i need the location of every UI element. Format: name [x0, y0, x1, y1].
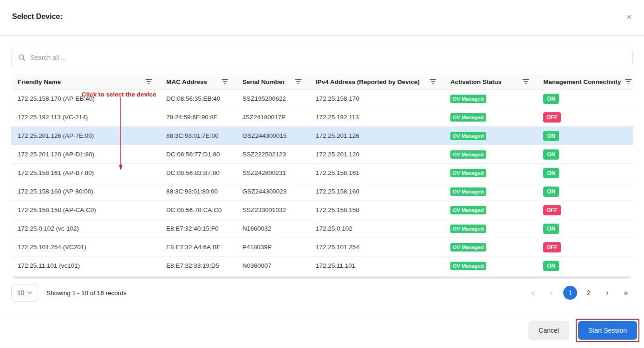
cell-serial-number: SSZ233001032: [236, 201, 309, 219]
table-row[interactable]: 172.25.201.120 (AP-D1:80)DC:08:56:77:D1:…: [11, 145, 633, 164]
search-icon: [18, 54, 26, 61]
connectivity-badge: ON: [543, 187, 559, 197]
chevron-down-icon: [27, 291, 32, 294]
select-device-modal: Select Device: ✕ Friendly NameMAC Addres…: [0, 0, 644, 348]
filter-icon[interactable]: [221, 79, 228, 84]
table-row[interactable]: 172.25.192.113 (VC-214)78:24:59:6F:90:8F…: [11, 108, 633, 127]
activation-status-badge: OV Managed: [450, 206, 486, 214]
cell-mac-address: DC:08:56:78:CA:C0: [160, 201, 236, 219]
cell-mac-address: DC:08:56:83:B7:80: [160, 164, 236, 182]
first-page-icon[interactable]: «: [526, 286, 540, 300]
connectivity-badge: OFF: [543, 242, 561, 252]
cell-ipv4-address: 172.25.158.160: [309, 182, 444, 201]
start-session-button[interactable]: Start Session: [578, 321, 637, 340]
page-button-2[interactable]: 2: [582, 286, 596, 300]
cell-mac-address: E8:E7:32:33:19:D5: [160, 257, 236, 275]
cell-friendly-name: 172.25.201.126 (AP-7E:00): [11, 127, 160, 145]
cell-ipv4-address: 172.25.0.102: [309, 219, 444, 238]
activation-status-badge: OV Managed: [450, 243, 486, 251]
connectivity-badge: ON: [543, 149, 559, 160]
connectivity-badge: ON: [543, 131, 559, 141]
cell-serial-number: N1660032: [236, 219, 309, 238]
column-header-1: MAC Address: [160, 74, 236, 90]
filter-icon[interactable]: [429, 79, 436, 84]
filter-icon[interactable]: [295, 79, 302, 84]
cell-serial-number: JSZ24180017P: [236, 108, 309, 127]
cell-ipv4-address: 172.25.192.113: [309, 108, 444, 127]
page-size-select[interactable]: 10: [11, 284, 38, 302]
activation-status-badge: OV Managed: [450, 262, 486, 270]
activation-status-badge: OV Managed: [450, 113, 486, 122]
cell-friendly-name: 172.25.201.120 (AP-D1:80): [11, 145, 160, 164]
table-row[interactable]: 172.25.11.101 (vc101)E8:E7:32:33:19:D5N0…: [11, 257, 633, 275]
connectivity-badge: ON: [543, 168, 559, 178]
activation-status-badge: OV Managed: [450, 187, 486, 196]
prev-page-icon[interactable]: ‹: [545, 286, 559, 300]
activation-status-badge: OV Managed: [450, 169, 486, 177]
cell-ipv4-address: 172.25.101.254: [309, 238, 444, 257]
modal-body: Friendly NameMAC AddressSerial NumberIPv…: [0, 36, 644, 302]
cell-ipv4-address: 172.25.201.126: [309, 127, 444, 145]
search-input[interactable]: [30, 54, 626, 61]
cell-ipv4-address: 172.25.11.101: [309, 257, 444, 275]
table-header-row: Friendly NameMAC AddressSerial NumberIPv…: [11, 74, 633, 90]
table-row[interactable]: 172.25.0.102 (vc-102)E8:E7:32:40:15:F0N1…: [11, 219, 633, 238]
filter-icon[interactable]: [522, 79, 529, 84]
filter-icon[interactable]: [145, 79, 152, 84]
cell-mac-address: 88:3C:93:01:7E:00: [160, 127, 236, 145]
page-size-value: 10: [17, 289, 25, 296]
table-footer: 10 Showing 1 - 10 of 16 records « ‹ 12 ›…: [11, 284, 633, 302]
cancel-button[interactable]: Cancel: [528, 321, 569, 340]
close-icon[interactable]: ✕: [625, 13, 633, 22]
device-table: Friendly NameMAC AddressSerial NumberIPv…: [11, 74, 633, 275]
next-page-icon[interactable]: ›: [600, 286, 614, 300]
activation-status-badge: OV Managed: [450, 132, 486, 140]
connectivity-badge: ON: [543, 94, 559, 104]
activation-status-badge: OV Managed: [450, 150, 486, 159]
cell-mac-address: E8:E7:32:A4:6A:BF: [160, 238, 236, 257]
column-label: Friendly Name: [18, 78, 61, 85]
cell-mac-address: 78:24:59:6F:90:8F: [160, 108, 236, 127]
cell-serial-number: N0360007: [236, 257, 309, 275]
page-title: Select Device:: [12, 13, 63, 21]
cell-friendly-name: 172.25.158.158 (AP-CA:C0): [11, 201, 160, 219]
column-header-2: Serial Number: [236, 74, 309, 90]
column-header-0: Friendly Name: [11, 74, 160, 90]
cell-friendly-name: 172.25.0.102 (vc-102): [11, 219, 160, 238]
cell-mac-address: DC:08:56:35:EB:40: [160, 90, 236, 108]
activation-status-badge: OV Managed: [450, 95, 486, 103]
modal-header: Select Device: ✕: [0, 0, 644, 36]
column-header-4: Activation Status: [444, 74, 537, 90]
cell-serial-number: SSZ195200622: [236, 90, 309, 108]
last-page-icon[interactable]: »: [619, 286, 633, 300]
table-row[interactable]: 172.25.158.158 (AP-CA:C0)DC:08:56:78:CA:…: [11, 201, 633, 219]
page-button-1[interactable]: 1: [563, 286, 577, 300]
filter-icon[interactable]: [625, 79, 632, 84]
cell-ipv4-address: 172.25.158.161: [309, 164, 444, 182]
column-label: MAC Address: [166, 78, 207, 85]
table-row[interactable]: 172.25.158.160 (AP-80:00)88:3C:93:01:80:…: [11, 182, 633, 201]
cell-mac-address: E8:E7:32:40:15:F0: [160, 219, 236, 238]
cell-serial-number: GSZ244300023: [236, 182, 309, 201]
pagination: « ‹ 12 › »: [526, 286, 633, 300]
cell-friendly-name: 172.25.101.254 (VC201): [11, 238, 160, 257]
showing-records-text: Showing 1 - 10 of 16 records: [46, 290, 127, 296]
cell-friendly-name: 172.25.158.160 (AP-80:00): [11, 182, 160, 201]
modal-footer: Cancel Start Session: [0, 312, 644, 348]
connectivity-badge: OFF: [543, 112, 561, 122]
annotation-text: Click to select the device: [82, 91, 156, 98]
cell-ipv4-address: 172.25.158.158: [309, 201, 444, 219]
column-header-5: Management Connectivity: [537, 74, 633, 90]
column-label: Activation Status: [450, 78, 501, 85]
cell-ipv4-address: 172.25.201.120: [309, 145, 444, 164]
horizontal-scrollbar[interactable]: [13, 277, 631, 278]
connectivity-badge: OFF: [543, 205, 561, 215]
table-row[interactable]: 172.25.158.161 (AP-B7:80)DC:08:56:83:B7:…: [11, 164, 633, 182]
column-label: Management Connectivity: [543, 78, 621, 85]
table-row[interactable]: 172.25.101.254 (VC201)E8:E7:32:A4:6A:BFP…: [11, 238, 633, 257]
table-row[interactable]: 172.25.201.126 (AP-7E:00)88:3C:93:01:7E:…: [11, 127, 633, 145]
column-header-3: IPv4 Address (Reported by Device): [309, 74, 444, 90]
activation-status-badge: OV Managed: [450, 225, 486, 233]
cell-serial-number: SSZ222502123: [236, 145, 309, 164]
cell-serial-number: GSZ244300015: [236, 127, 309, 145]
